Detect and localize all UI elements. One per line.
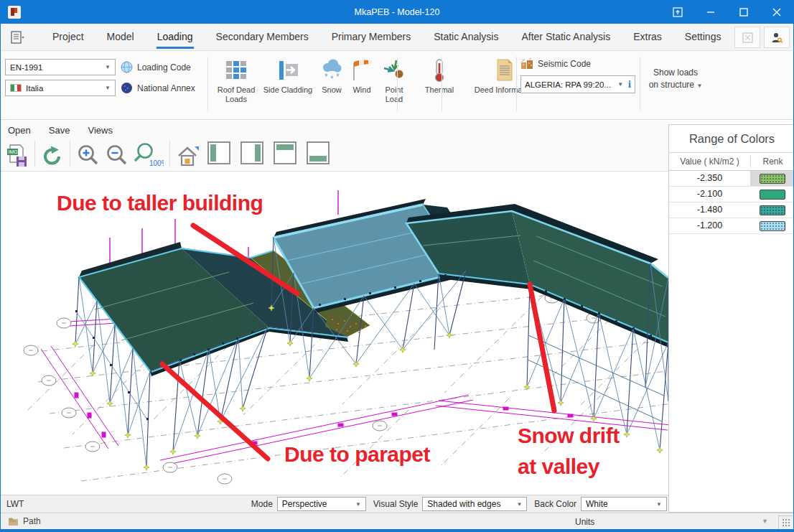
legend-row[interactable]: -2.350 [669, 171, 794, 187]
tab-loading[interactable]: Loading [146, 24, 205, 51]
close-button[interactable] [760, 1, 793, 24]
zoom-100-icon: 100% [134, 142, 164, 168]
tab-model[interactable]: Model [95, 24, 146, 51]
chevron-down-icon: ▼ [105, 85, 111, 91]
minimize-button[interactable] [694, 1, 727, 24]
thermal-button[interactable]: Thermal [419, 57, 460, 104]
legend-row[interactable]: -1.200 [669, 218, 794, 234]
svg-text:100%: 100% [149, 159, 164, 167]
view-bottom-button[interactable] [307, 141, 330, 164]
svg-text:*: * [330, 74, 334, 83]
tab-after-static-analysis[interactable]: After Static Analysis [510, 24, 622, 51]
legend-color-swatch [760, 221, 785, 231]
open-menu[interactable]: Open [8, 125, 31, 136]
zoom-out-icon [105, 144, 129, 168]
visual-style-select[interactable]: Shaded with edges▼ [422, 497, 527, 511]
tab-settings[interactable]: Settings [673, 24, 733, 51]
model-viewport[interactable]: Due to taller building Due to parapet Sn… [1, 172, 668, 495]
annotation-snow-drift: Snow drift at valley [518, 420, 620, 482]
legend-color-swatch [760, 190, 785, 200]
folder-icon [8, 517, 19, 526]
zoom-in-icon [76, 144, 101, 168]
side-cladding-button[interactable]: Side Cladding [259, 57, 317, 104]
menu-bar: Project Model Loading Secondary Members … [1, 24, 793, 51]
legend-row[interactable]: -2.100 [669, 187, 794, 202]
view-top-button[interactable] [274, 141, 296, 164]
chevron-down-icon: ▼ [696, 83, 702, 89]
image-save-icon: IMG [6, 144, 29, 168]
tab-extras[interactable]: Extras [622, 24, 673, 51]
dock-window-icon[interactable] [661, 1, 694, 24]
zoom-in-button[interactable] [74, 139, 103, 168]
legend-value: -1.480 [669, 202, 750, 218]
legend-color-cell[interactable] [750, 187, 794, 202]
status-bar: Path Units ▼ [1, 513, 794, 531]
svg-text:IMG: IMG [9, 149, 18, 154]
chevron-down-icon: ▼ [617, 81, 623, 88]
visual-style-label: Visual Style [373, 499, 418, 509]
point-load-button[interactable]: Point Load [377, 57, 411, 104]
user-login-button[interactable] [764, 27, 790, 48]
legend-color-cell[interactable] [750, 218, 794, 233]
globe-icon [121, 61, 133, 73]
title-bar[interactable]: MkaPEB - Model-120 [1, 1, 793, 24]
loading-code-label: Loading Code [137, 62, 191, 73]
svg-text:*: * [324, 72, 328, 82]
point-load-icon [382, 58, 406, 83]
legend-color-cell[interactable] [750, 171, 794, 186]
legend-col-value: Value ( kN/m2 ) [669, 156, 751, 167]
windsock-icon [350, 58, 374, 83]
tab-static-analysis[interactable]: Static Analysis [422, 24, 510, 51]
refresh-button[interactable] [39, 139, 66, 168]
info-icon[interactable]: i [628, 79, 631, 90]
svg-text:*: * [336, 72, 340, 82]
loading-code-select[interactable]: EN-1991▼ [5, 59, 116, 75]
units-label: Units [575, 517, 594, 527]
back-color-select[interactable]: White▼ [581, 497, 667, 511]
maximize-button[interactable] [727, 1, 760, 24]
chevron-down-icon: ▼ [105, 64, 111, 70]
views-menu[interactable]: Views [88, 125, 112, 136]
view-right-button[interactable] [240, 141, 263, 164]
legend-color-cell[interactable] [750, 202, 794, 218]
legend-value: -2.100 [669, 187, 750, 202]
zoom-100-button[interactable]: 100% [131, 139, 166, 168]
national-annex-select[interactable]: Italia▼ [5, 80, 116, 96]
view-toolbar: Open Save Views IMG 100% [1, 120, 668, 172]
seismic-code-select[interactable]: ALGERIA: RPA 99:20... ▼ i [520, 75, 635, 93]
view-options-bar: LWT Mode Perspective▼ Visual Style Shade… [1, 495, 668, 513]
home-view-button[interactable] [174, 139, 202, 168]
show-loads-button[interactable]: Show loads on structure ▼ [645, 67, 706, 92]
back-color-label: Back Color [534, 499, 576, 509]
mode-select[interactable]: Perspective▼ [277, 497, 366, 511]
annotation-taller-building: Due to taller building [57, 187, 263, 218]
resize-grip[interactable] [778, 515, 793, 529]
snow-button[interactable]: *** Snow [317, 57, 347, 104]
disabled-tool-button[interactable] [734, 27, 760, 48]
tab-secondary-members[interactable]: Secondary Members [205, 24, 320, 51]
legend-value: -2.350 [669, 171, 750, 186]
wind-button[interactable]: Wind [347, 57, 377, 104]
italy-flag-icon [10, 84, 22, 92]
grid-icon [224, 58, 248, 83]
national-annex-label: National Annex [137, 83, 195, 93]
main-menu-icon[interactable] [10, 29, 29, 45]
menu-tabs: Project Model Loading Secondary Members … [41, 24, 732, 51]
window-border [1, 529, 793, 531]
path-status[interactable]: Path [8, 516, 41, 526]
save-image-button[interactable]: IMG [4, 139, 31, 168]
legend-row[interactable]: -1.480 [669, 202, 794, 218]
roof-dead-loads-button[interactable]: Roof Dead Loads [213, 57, 259, 104]
legend-value: -1.200 [669, 218, 750, 233]
save-menu[interactable]: Save [49, 125, 70, 136]
units-dropdown-icon[interactable]: ▼ [762, 518, 768, 525]
view-left-button[interactable] [207, 141, 230, 164]
tab-primary-members[interactable]: Primary Members [320, 24, 422, 51]
zoom-out-button[interactable] [103, 139, 131, 168]
seismic-building-icon [520, 58, 533, 69]
tab-project[interactable]: Project [41, 24, 95, 51]
refresh-icon [41, 145, 64, 168]
annotation-parapet: Due to parapet [284, 439, 430, 470]
snow-cloud-icon: *** [319, 58, 344, 83]
chevron-down-icon: ▼ [355, 501, 361, 508]
